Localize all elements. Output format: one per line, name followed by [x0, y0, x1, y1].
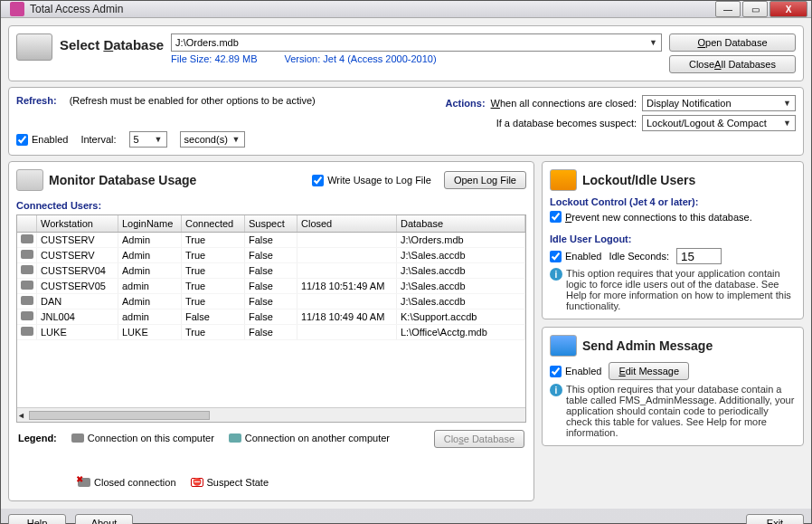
col-workstation[interactable]: Workstation	[37, 215, 118, 232]
cell-workstation: JNL004	[37, 310, 118, 324]
titlebar: Total Access Admin — ▭ X	[1, 1, 811, 18]
write-log-checkbox[interactable]: Write Usage to Log File	[312, 175, 431, 186]
open-database-button[interactable]: Open Database	[669, 33, 796, 52]
cell-login: admin	[118, 279, 182, 293]
cell-closed: 11/18 10:49 40 AM	[297, 310, 397, 324]
col-database[interactable]: Database	[397, 215, 525, 232]
refresh-enabled-checkbox[interactable]: Enabled	[16, 134, 68, 146]
cell-workstation: CUSTSERV05	[37, 279, 118, 293]
when-closed-label: When all connections are closed:	[491, 98, 637, 109]
chevron-down-icon: ▼	[649, 38, 657, 47]
scroll-left-icon[interactable]: ◄	[17, 411, 25, 420]
table-row[interactable]: JNL004adminFalseFalse11/18 10:49 40 AMK:…	[17, 310, 525, 325]
table-row[interactable]: LUKELUKETrueFalseL:\Office\Acctg.mdb	[17, 325, 525, 340]
cell-suspect: False	[245, 310, 297, 324]
scroll-thumb[interactable]	[29, 411, 210, 420]
send-message-panel: Send Admin Message Enabled Edit Message …	[542, 327, 804, 446]
actions-group: Actions: When all connections are closed…	[446, 95, 796, 148]
idle-enabled-checkbox[interactable]: Enabled	[550, 251, 601, 262]
cell-database: J:\Sales.accdb	[397, 263, 525, 278]
version-label: Version: Jet 4 (Access 2000-2010)	[284, 53, 436, 64]
prevent-new-checkbox[interactable]: Prevent new connections to this database…	[550, 211, 752, 223]
monitor-title: Monitor Database Usage	[49, 173, 196, 187]
row-icon	[17, 233, 37, 247]
cell-suspect: False	[245, 233, 297, 247]
exit-button[interactable]: Exit	[746, 514, 804, 524]
close-all-databases-button[interactable]: Close All Databases	[669, 55, 796, 73]
select-database-label: Select Database	[60, 33, 164, 52]
lock-icon	[550, 169, 577, 191]
interval-unit-select[interactable]: second(s)▼	[180, 131, 245, 148]
legend-other-computer: Connection on another computer	[245, 433, 390, 443]
write-log-label: Write Usage to Log File	[327, 175, 431, 186]
cell-connected: True	[182, 294, 245, 309]
cell-login: Admin	[118, 248, 182, 262]
table-row[interactable]: CUSTSERV04AdminTrueFalseJ:\Sales.accdb	[17, 263, 525, 279]
cell-login: Admin	[118, 294, 182, 309]
app-icon	[10, 2, 24, 16]
cell-suspect: False	[245, 279, 297, 293]
cell-database: J:\Orders.mdb	[397, 233, 525, 247]
refresh-note: (Refresh must be enabled for other optio…	[70, 95, 316, 106]
cell-closed: 11/18 10:51:49 AM	[297, 279, 397, 293]
magnifier-icon	[16, 169, 43, 191]
if-suspect-select[interactable]: Lockout/Logout & Compact▼	[642, 115, 796, 131]
interval-value-select[interactable]: 5▼	[129, 131, 167, 148]
table-row[interactable]: DANAdminTrueFalseJ:\Sales.accdb	[17, 294, 525, 310]
legend-suspect-icon: ⛔	[191, 478, 203, 487]
cell-workstation: CUSTSERV	[37, 233, 118, 247]
close-database-button[interactable]: Close Database	[434, 430, 524, 448]
edit-message-button[interactable]: Edit Message	[609, 362, 689, 380]
lockout-title: Lockout/Idle Users	[582, 173, 695, 187]
users-grid[interactable]: Workstation LoginName Connected Suspect …	[16, 214, 526, 423]
lockout-info: This option requires that your applicati…	[566, 268, 796, 311]
legend-label: Legend:	[18, 433, 57, 443]
cell-closed	[297, 263, 397, 278]
help-button[interactable]: Help	[8, 514, 66, 524]
chevron-down-icon: ▼	[232, 135, 241, 144]
cell-suspect: False	[245, 325, 297, 339]
database-icon	[16, 33, 52, 61]
col-icon[interactable]	[17, 215, 37, 232]
idle-seconds-input[interactable]	[676, 248, 722, 264]
cell-database: J:\Sales.accdb	[397, 279, 525, 293]
col-loginname[interactable]: LoginName	[118, 215, 182, 232]
horizontal-scrollbar[interactable]: ◄	[17, 407, 525, 422]
app-window: Total Access Admin — ▭ X Select Database…	[0, 0, 812, 524]
chevron-down-icon: ▼	[783, 119, 791, 128]
close-window-button[interactable]: X	[770, 1, 807, 17]
col-suspect[interactable]: Suspect	[245, 215, 297, 232]
legend-other-computer-icon	[229, 433, 241, 443]
row-icon	[17, 248, 37, 262]
table-row[interactable]: CUSTSERVAdminTrueFalseJ:\Orders.mdb	[17, 233, 525, 248]
cell-workstation: CUSTSERV	[37, 248, 118, 262]
maximize-button[interactable]: ▭	[742, 1, 768, 17]
cell-login: Admin	[118, 233, 182, 247]
about-button[interactable]: About	[75, 514, 133, 524]
minimize-button[interactable]: —	[715, 1, 741, 17]
grid-body[interactable]: CUSTSERVAdminTrueFalseJ:\Orders.mdbCUSTS…	[17, 233, 525, 407]
cell-connected: False	[182, 310, 245, 324]
database-dropdown[interactable]: J:\Orders.mdb ▼	[171, 33, 662, 52]
lockout-control-heading: Lockout Control (Jet 4 or later):	[550, 196, 796, 207]
open-log-file-button[interactable]: Open Log File	[444, 171, 526, 189]
cell-connected: True	[182, 279, 245, 293]
idle-seconds-label: Idle Seconds:	[609, 251, 669, 262]
info-icon: i	[550, 384, 562, 396]
interval-label: Interval:	[80, 134, 116, 145]
grid-header[interactable]: Workstation LoginName Connected Suspect …	[17, 215, 525, 233]
cell-workstation: CUSTSERV04	[37, 263, 118, 278]
lockout-panel: Lockout/Idle Users Lockout Control (Jet …	[542, 161, 804, 319]
send-message-title: Send Admin Message	[582, 338, 713, 353]
refresh-actions-panel: Refresh: (Refresh must be enabled for ot…	[8, 87, 804, 156]
send-enabled-checkbox[interactable]: Enabled	[550, 366, 601, 377]
info-icon: i	[550, 268, 562, 281]
table-row[interactable]: CUSTSERVAdminTrueFalseJ:\Sales.accdb	[17, 248, 525, 263]
col-connected[interactable]: Connected	[182, 215, 245, 232]
table-row[interactable]: CUSTSERV05adminTrueFalse11/18 10:51:49 A…	[17, 279, 525, 294]
col-closed[interactable]: Closed	[297, 215, 397, 232]
row-icon	[17, 325, 37, 339]
row-icon	[17, 310, 37, 324]
refresh-label: Refresh:	[16, 95, 57, 106]
when-closed-select[interactable]: Display Notification▼	[642, 95, 796, 111]
